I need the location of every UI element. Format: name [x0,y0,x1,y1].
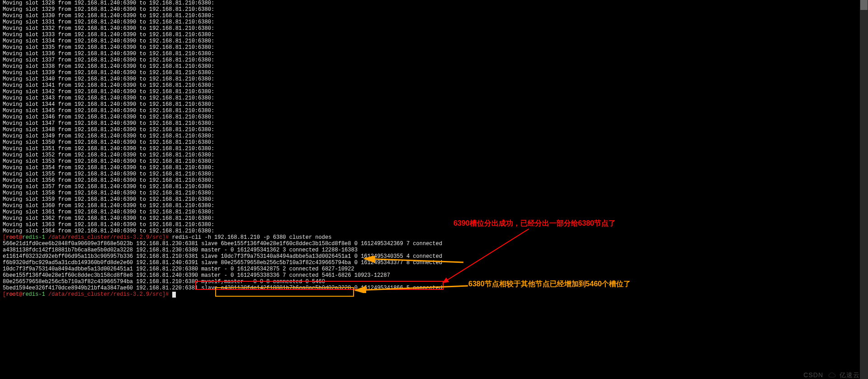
moving-slot-line: Moving slot 1331 from 192.168.81.240:639… [3,19,868,25]
moving-slot-line: Moving slot 1350 from 192.168.81.240:639… [3,139,868,146]
watermarks: CSDN 亿速云 [803,372,860,378]
watermark-yisu: 亿速云 [828,372,860,378]
moving-slot-line: Moving slot 1354 from 192.168.81.240:639… [3,165,868,171]
moving-slot-line: Moving slot 1361 from 192.168.81.240:639… [3,209,868,215]
moving-slot-line: Moving slot 1359 from 192.168.81.240:639… [3,196,868,203]
moving-slot-line: Moving slot 1355 from 192.168.81.240:639… [3,171,868,177]
moving-slot-line: Moving slot 1357 from 192.168.81.240:639… [3,184,868,190]
moving-slot-line: Moving slot 1349 from 192.168.81.240:639… [3,133,868,139]
cluster-node-line: a4381138fdc142f18881b7b6ca8ae5b0d02a3228… [3,247,868,253]
moving-slot-line: Moving slot 1364 from 192.168.81.240:639… [3,228,868,234]
moving-slot-line: Moving slot 1337 from 192.168.81.240:639… [3,57,868,63]
moving-slot-line: Moving slot 1329 from 192.168.81.240:639… [3,6,868,13]
moving-slot-line: Moving slot 1362 from 192.168.81.240:639… [3,215,868,222]
annotation-red: 6390槽位分出成功，已经分出一部分给6380节点了 [453,220,616,227]
scrollbar-thumb[interactable] [860,0,868,10]
moving-slot-line: Moving slot 1330 from 192.168.81.240:639… [3,13,868,19]
moving-slot-line: Moving slot 1363 from 192.168.81.240:639… [3,222,868,228]
moving-slot-line: Moving slot 1345 from 192.168.81.240:639… [3,108,868,114]
moving-slot-line: Moving slot 1360 from 192.168.81.240:639… [3,203,868,209]
prompt-line-2[interactable]: [root@redis-1 /data/redis_cluster/redis-… [3,291,868,298]
moving-slot-line: Moving slot 1356 from 192.168.81.240:639… [3,177,868,184]
moving-slot-line: Moving slot 1339 from 192.168.81.240:639… [3,70,868,76]
moving-slot-line: Moving slot 1340 from 192.168.81.240:639… [3,76,868,82]
moving-slot-line: Moving slot 1332 from 192.168.81.240:639… [3,25,868,32]
moving-slot-line: Moving slot 1351 from 192.168.81.240:639… [3,146,868,152]
watermark-yisu-text: 亿速云 [840,372,860,378]
prompt-line-1: [root@redis-1 /data/redis_cluster/redis-… [3,234,868,241]
cluster-node-line: 10dc7f3f9a753140a8494adbbe5a13d0026451a1… [3,266,868,272]
moving-slot-line: Moving slot 1342 from 192.168.81.240:639… [3,89,868,95]
moving-slot-line: Moving slot 1344 from 192.168.81.240:639… [3,101,868,108]
cursor [172,292,176,298]
moving-slot-line: Moving slot 1352 from 192.168.81.240:639… [3,152,868,158]
watermark-csdn: CSDN [803,372,823,378]
moving-slot-line: Moving slot 1346 from 192.168.81.240:639… [3,114,868,120]
annotation-yellow: 6380节点相较于其他节点已经增加到5460个槽位了 [468,281,631,287]
moving-slot-line: Moving slot 1336 from 192.168.81.240:639… [3,51,868,57]
cluster-node-line: 5bed1594ee326f4170dce8949b21bf4a3847ae60… [3,285,868,291]
moving-slot-line: Moving slot 1341 from 192.168.81.240:639… [3,82,868,89]
cluster-node-line: 6bee155f136f40e28e1f60c8ddec3b158cd8f8e8… [3,272,868,279]
moving-slot-line: Moving slot 1343 from 192.168.81.240:639… [3,95,868,101]
terminal-output: Moving slot 1328 from 192.168.81.240:639… [3,0,868,298]
moving-slot-line: Moving slot 1353 from 192.168.81.240:639… [3,158,868,165]
cluster-node-line: e11614f03232d92ebff06d95a11b3c905957b336… [3,253,868,260]
moving-slot-line: Moving slot 1358 from 192.168.81.240:639… [3,190,868,196]
moving-slot-line: Moving slot 1348 from 192.168.81.240:639… [3,127,868,133]
moving-slot-line: Moving slot 1335 from 192.168.81.240:639… [3,44,868,51]
terminal-window[interactable]: Moving slot 1328 from 192.168.81.240:639… [0,0,868,379]
moving-slot-line: Moving slot 1338 from 192.168.81.240:639… [3,63,868,70]
cluster-node-line: 80e256579658eb256c5b710a3f82c439665794ba… [3,279,868,285]
moving-slot-line: Moving slot 1347 from 192.168.81.240:639… [3,120,868,127]
cluster-node-line: 566e21d1fd0cee6b2848f0a90609e3f868e5023b… [3,241,868,247]
scrollbar[interactable] [860,0,868,379]
moving-slot-line: Moving slot 1333 from 192.168.81.240:639… [3,32,868,38]
cluster-node-line: f6b9320dfbc929ad5a31cdb149360b0fd8de2e60… [3,260,868,266]
moving-slot-line: Moving slot 1328 from 192.168.81.240:639… [3,0,868,6]
moving-slot-line: Moving slot 1334 from 192.168.81.240:639… [3,38,868,44]
